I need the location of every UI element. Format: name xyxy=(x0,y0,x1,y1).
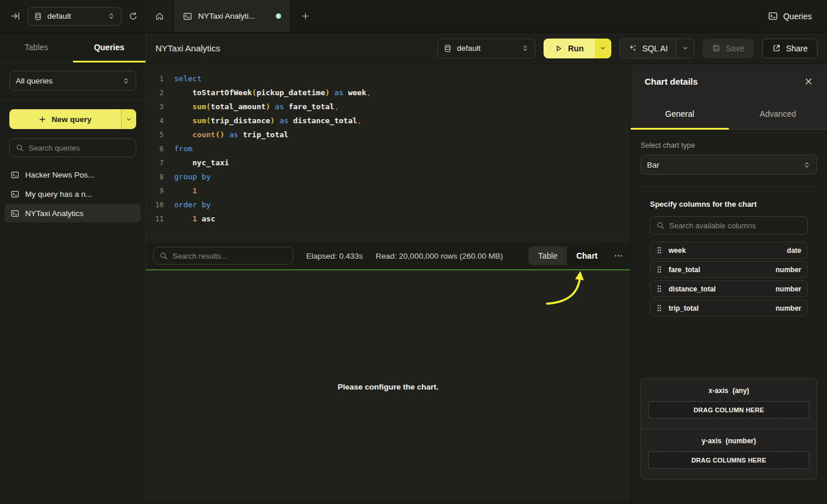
column-type: number xyxy=(776,266,801,274)
panel-content: Select chart type Bar Specify columns fo… xyxy=(631,130,827,503)
line-number: 8 xyxy=(146,170,164,184)
column-row[interactable]: fare_totalnumber xyxy=(650,261,808,278)
database-selector[interactable]: default xyxy=(27,7,122,26)
y-axis-drop-zone[interactable]: DRAG COLUMNS HERE xyxy=(648,451,809,469)
results-search-input[interactable] xyxy=(172,252,287,260)
collapse-sidebar-icon[interactable] xyxy=(11,11,20,21)
code-line[interactable]: 2toStartOfWeek(pickup_datetime) as week, xyxy=(146,86,630,100)
columns-search[interactable] xyxy=(650,216,808,235)
run-button[interactable]: Run xyxy=(544,39,595,58)
terminal-icon xyxy=(183,12,192,21)
sidebar-tabs: Tables Queries xyxy=(0,33,146,62)
line-number: 11 xyxy=(146,212,164,226)
tab-title: NYTaxi Analyti... xyxy=(198,12,270,20)
save-icon xyxy=(712,44,721,53)
sql-editor-lines: 1select2toStartOfWeek(pickup_datetime) a… xyxy=(146,72,630,226)
code-line[interactable]: 10order by xyxy=(146,198,630,212)
code-line[interactable]: 7nyc_taxi xyxy=(146,156,630,170)
plus-icon xyxy=(301,12,310,20)
results-search[interactable] xyxy=(153,247,293,265)
run-database-value: default xyxy=(457,44,516,53)
main: NYTaxi Analytics default Run xyxy=(146,33,827,503)
line-number: 6 xyxy=(146,142,164,156)
query-filter-value: All queries xyxy=(16,77,117,85)
query-item-label: Hacker News Pos... xyxy=(25,171,95,179)
view-toggle-table[interactable]: Table xyxy=(528,246,566,265)
code-line[interactable]: 111 asc xyxy=(146,212,630,226)
columns-search-input[interactable] xyxy=(669,221,801,230)
query-search[interactable] xyxy=(9,138,136,157)
plus-icon xyxy=(39,116,46,123)
elapsed-time: Elapsed: 0.433s xyxy=(306,252,363,260)
share-icon xyxy=(772,44,781,53)
column-row[interactable]: weekdate xyxy=(650,242,808,259)
home-button[interactable] xyxy=(146,0,174,32)
tab-nytaxi-analytics[interactable]: NYTaxi Analyti... xyxy=(174,0,291,32)
rows-read: Read: 20,000,000 rows (260.00 MB) xyxy=(376,252,503,260)
refresh-icon[interactable] xyxy=(129,12,138,21)
x-axis-qualifier: (any) xyxy=(732,387,749,395)
topbar: default NYTaxi Analyti... xyxy=(0,0,827,33)
query-list-item[interactable]: Hacker News Pos... xyxy=(5,165,141,184)
column-row[interactable]: distance_totalnumber xyxy=(650,280,808,297)
share-button[interactable]: Share xyxy=(762,39,818,58)
sql-editor[interactable]: 1select2toStartOfWeek(pickup_datetime) a… xyxy=(146,64,630,242)
code-text: select xyxy=(174,72,202,86)
tab-tables[interactable]: Tables xyxy=(0,33,73,62)
new-query-dropdown[interactable] xyxy=(121,109,136,129)
chart-area: Please configure the chart. xyxy=(146,269,630,503)
new-query-main[interactable]: New query xyxy=(9,109,121,129)
run-button-group: Run xyxy=(544,39,611,58)
chart-type-label: Select chart type xyxy=(641,141,817,150)
code-text: sum(total_amount) as fare_total, xyxy=(174,100,339,114)
query-list-item[interactable]: My query has a n... xyxy=(5,185,141,203)
chevron-updown-icon xyxy=(122,77,130,85)
chart-type-select[interactable]: Bar xyxy=(641,155,817,175)
sql-ai-button[interactable]: SQL AI xyxy=(620,39,676,58)
code-line[interactable]: 6from xyxy=(146,142,630,156)
new-query-button[interactable]: New query xyxy=(9,109,136,129)
code-line[interactable]: 8group by xyxy=(146,170,630,184)
close-icon[interactable] xyxy=(804,77,813,86)
more-options-icon[interactable] xyxy=(614,251,623,260)
queries-link[interactable]: Queries xyxy=(768,11,812,21)
panel-title: Chart details xyxy=(645,77,804,86)
save-button[interactable]: Save xyxy=(703,39,754,58)
drag-handle-icon xyxy=(656,266,662,273)
app-root: { "colors": { "accent_yellow": "#f3ef3c"… xyxy=(0,0,827,504)
hand-drawn-arrow xyxy=(541,270,594,310)
query-list-item[interactable]: NYTaxi Analytics xyxy=(5,204,141,223)
panel-tab-advanced[interactable]: Advanced xyxy=(729,98,827,129)
columns-section-label: Specify columns for the chart xyxy=(650,200,757,208)
sql-ai-dropdown[interactable] xyxy=(676,39,694,58)
code-line[interactable]: 4sum(trip_distance) as distance_total, xyxy=(146,114,630,128)
column-type: date xyxy=(787,246,801,255)
code-line[interactable]: 91 xyxy=(146,184,630,198)
available-columns-list: weekdatefare_totalnumberdistance_totalnu… xyxy=(650,242,808,317)
code-line[interactable]: 3sum(total_amount) as fare_total, xyxy=(146,100,630,114)
tab-queries[interactable]: Queries xyxy=(73,33,146,62)
columns-section: Specify columns for the chart weekdatefa… xyxy=(641,200,817,317)
x-axis-label: x-axis xyxy=(708,387,728,395)
share-button-label: Share xyxy=(786,44,808,53)
column-row[interactable]: trip_totalnumber xyxy=(650,300,808,317)
line-number: 5 xyxy=(146,128,164,142)
line-number: 9 xyxy=(146,184,164,198)
search-icon xyxy=(16,144,24,152)
code-line[interactable]: 1select xyxy=(146,72,630,86)
run-database-selector[interactable]: default xyxy=(437,39,535,58)
query-filter-select[interactable]: All queries xyxy=(9,71,136,91)
run-options-dropdown[interactable] xyxy=(595,39,611,58)
x-axis-drop-zone[interactable]: DRAG COLUMN HERE xyxy=(648,401,809,419)
line-number: 4 xyxy=(146,114,164,128)
topbar-right: Queries xyxy=(768,0,827,32)
x-axis-section: x-axis(any) DRAG COLUMN HERE xyxy=(641,379,816,429)
sparkles-icon xyxy=(628,44,637,53)
panel-tab-general[interactable]: General xyxy=(631,98,729,129)
view-toggle: Table Chart xyxy=(528,246,601,265)
view-toggle-chart[interactable]: Chart xyxy=(567,246,601,265)
new-tab-button[interactable] xyxy=(291,0,320,32)
code-line[interactable]: 5count() as trip_total xyxy=(146,128,630,142)
query-search-input[interactable] xyxy=(29,144,130,152)
chevron-updown-icon xyxy=(108,12,115,20)
